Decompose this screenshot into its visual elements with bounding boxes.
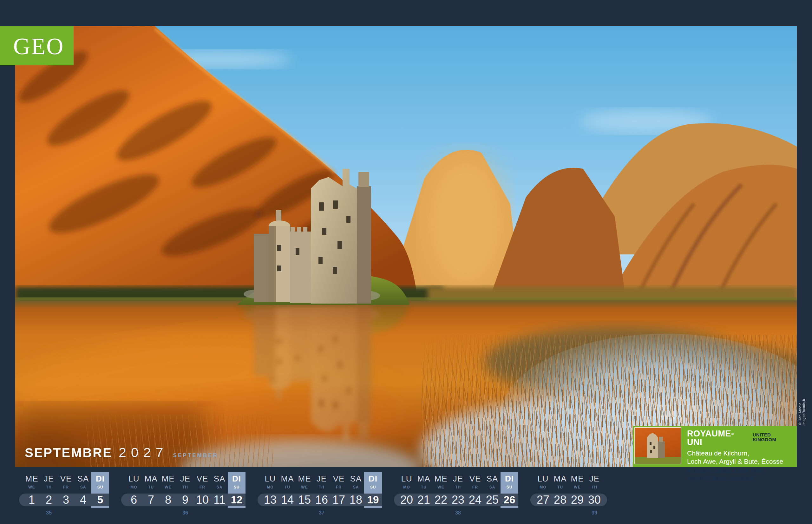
calendar-week-38: LUMAMEJEVESADIMOTUWETHFRSASU202122232425…: [398, 472, 518, 517]
weekday-french-22: ME: [432, 474, 449, 484]
weekday-english-11: SA: [211, 485, 228, 489]
weekday-french-19: DI: [364, 474, 382, 484]
week-number-37: 37: [313, 510, 330, 516]
date-cell-13: 13: [262, 494, 279, 506]
location-english-line2: Argyll & Bute, Scotland: [687, 475, 796, 482]
weekday-english-25: SA: [484, 485, 501, 489]
weekday-french-23: JE: [449, 474, 467, 484]
date-cell-2: 2: [40, 494, 57, 506]
date-cell-5: 5: [92, 494, 109, 506]
weekday-english-4: SA: [74, 485, 92, 489]
calendar-page: GEO SEPTEMBRE 2027 SEPTEMBER ROYAUME-UNI…: [0, 0, 812, 524]
date-cell-6: 6: [125, 494, 143, 506]
date-cell-16: 16: [313, 494, 330, 506]
location-english-line1: Kilchurn Castle, Loch Awe,: [687, 467, 796, 475]
weekday-english-29: WE: [569, 485, 586, 489]
country-name-french: ROYAUME-UNI: [687, 429, 749, 447]
weekday-french-5: DI: [92, 474, 109, 484]
date-cell-8: 8: [160, 494, 177, 506]
weekday-french-18: SA: [347, 474, 364, 484]
weekday-french-4: SA: [74, 474, 92, 484]
weekday-english-14: TU: [279, 485, 296, 489]
location-french-line2: Loch Awe, Argyll & Bute, Écosse: [687, 457, 796, 465]
weekday-english-7: TU: [143, 485, 160, 489]
date-cell-22: 22: [432, 494, 449, 506]
geo-logo: GEO: [0, 26, 73, 65]
weekday-french-8: ME: [160, 474, 177, 484]
weekday-french-29: ME: [569, 474, 586, 484]
month-title: SEPTEMBRE 2027 SEPTEMBER: [25, 445, 218, 460]
weekday-english-22: WE: [432, 485, 449, 489]
date-cell-14: 14: [279, 494, 296, 506]
weekday-french-25: SA: [484, 474, 501, 484]
weekday-english-30: TH: [586, 485, 603, 489]
weekday-french-17: VE: [330, 474, 347, 484]
weekday-english-17: FR: [330, 485, 347, 489]
date-cell-19: 19: [364, 494, 382, 506]
date-cell-15: 15: [296, 494, 313, 506]
location-text: ROYAUME-UNI UNITED KINGDOM Château de Ki…: [681, 427, 796, 465]
weekday-english-20: MO: [398, 485, 415, 489]
date-cell-20: 20: [398, 494, 415, 506]
weekday-english-2: TH: [40, 485, 57, 489]
week-number-39: 39: [586, 510, 603, 516]
date-cell-4: 4: [74, 494, 92, 506]
date-cell-23: 23: [449, 494, 467, 506]
weekday-english-8: WE: [160, 485, 177, 489]
weekday-french-14: MA: [279, 474, 296, 484]
weekday-french-15: ME: [296, 474, 313, 484]
week-number-35: 35: [40, 510, 57, 516]
month-name-french: SEPTEMBRE: [25, 446, 112, 460]
weekday-french-11: SA: [211, 474, 228, 484]
month-name-english: SEPTEMBER: [173, 452, 218, 459]
weekday-english-16: TH: [313, 485, 330, 489]
weekday-english-19: SU: [364, 485, 382, 489]
weekday-french-16: JE: [313, 474, 330, 484]
date-cell-17: 17: [330, 494, 347, 506]
week-number-38: 38: [449, 510, 467, 516]
geo-logo-text: GEO: [13, 33, 64, 60]
weekday-english-6: MO: [125, 485, 143, 489]
date-cell-9: 9: [177, 494, 194, 506]
photo-kilchurn-castle: [15, 26, 797, 467]
date-cell-24: 24: [467, 494, 484, 506]
calendar-week-36: LUMAMEJEVESADIMOTUWETHFRSASU678910111236: [125, 472, 245, 517]
weekday-french-24: VE: [467, 474, 484, 484]
weekday-french-6: LU: [125, 474, 143, 484]
location-thumbnail: [634, 427, 681, 464]
weekday-english-12: SU: [228, 485, 245, 489]
date-cell-3: 3: [57, 494, 74, 506]
photo-credit: © Jan Arnold Images/hemis.fr: [798, 391, 806, 426]
weekday-french-7: MA: [143, 474, 160, 484]
week-number-36: 36: [177, 510, 194, 516]
weekday-french-21: MA: [415, 474, 432, 484]
weekday-english-15: WE: [296, 485, 313, 489]
date-cell-12: 12: [228, 494, 245, 506]
date-cell-26: 26: [501, 494, 518, 506]
weekday-french-26: DI: [501, 474, 518, 484]
weekday-french-27: LU: [534, 474, 551, 484]
weekday-english-13: MO: [262, 485, 279, 489]
calendar-week-35: MEJEVESADIWETHFRSASU1234535: [23, 472, 109, 517]
weekday-french-9: JE: [177, 474, 194, 484]
thumbnail-castle-icon: [635, 428, 681, 464]
date-cell-21: 21: [415, 494, 432, 506]
weekday-english-5: SU: [92, 485, 109, 489]
date-cell-10: 10: [194, 494, 211, 506]
date-cell-7: 7: [143, 494, 160, 506]
country-name-english: UNITED KINGDOM: [753, 432, 796, 442]
date-cell-1: 1: [23, 494, 40, 506]
weekday-english-28: TU: [551, 485, 569, 489]
weekday-french-2: JE: [40, 474, 57, 484]
location-info-box: ROYAUME-UNI UNITED KINGDOM Château de Ki…: [633, 426, 797, 467]
weekday-english-21: TU: [415, 485, 432, 489]
date-cell-30: 30: [586, 494, 603, 506]
weekday-english-23: TH: [449, 485, 467, 489]
weekday-english-27: MO: [534, 485, 551, 489]
weekday-french-20: LU: [398, 474, 415, 484]
weekday-french-10: VE: [194, 474, 211, 484]
weekday-english-24: FR: [467, 485, 484, 489]
weekday-french-13: LU: [262, 474, 279, 484]
weekday-english-10: FR: [194, 485, 211, 489]
year: 2027: [119, 445, 168, 460]
